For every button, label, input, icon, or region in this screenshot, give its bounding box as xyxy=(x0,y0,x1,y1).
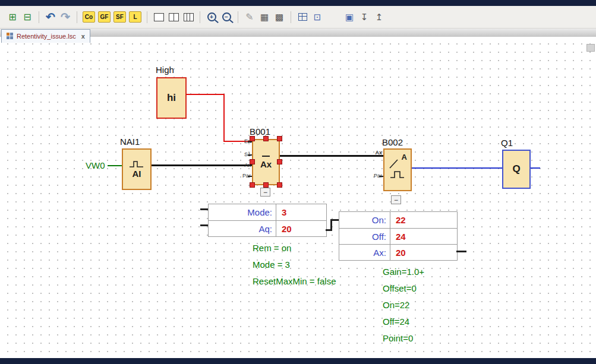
param-label: Mode: xyxy=(209,207,276,217)
magnifier-glass-icon: − xyxy=(222,12,231,21)
window-split-2-icon[interactable] xyxy=(167,11,180,24)
b001-pin-tick xyxy=(248,176,252,177)
b001-collapse-button[interactable]: − xyxy=(260,188,270,197)
diagram-window-icon-1[interactable]: ⊞ xyxy=(6,11,19,24)
tab-label: Retentivity_issue.lsc xyxy=(17,33,76,40)
undo-icon[interactable]: ↶ xyxy=(44,11,57,24)
selection-handle[interactable] xyxy=(250,159,255,164)
constants-co-button[interactable]: Co xyxy=(83,11,95,23)
annotation-line: Mode = 3 xyxy=(253,257,336,273)
toolbar: ⊞ ⊟ ↶ ↷ Co GF SF L + − ✎ ▦ ▩ ⊡ xyxy=(0,6,596,29)
threshold-trigger-symbol xyxy=(388,158,407,182)
tab-bar: Retentivity_issue.lsc x xyxy=(0,29,596,43)
block-label-b002: B002 xyxy=(382,137,403,147)
param-connector-stub xyxy=(200,224,208,226)
tab-retentivity-issue[interactable]: Retentivity_issue.lsc x xyxy=(1,29,90,43)
window-single-icon[interactable] xyxy=(152,11,165,24)
b002-pin-tick xyxy=(379,176,383,177)
annotation-line: Point=0 xyxy=(383,330,424,347)
zoom-minus-sign: − xyxy=(225,14,228,20)
b001-pin-tick xyxy=(248,141,252,143)
special-functions-sf-button[interactable]: SF xyxy=(113,11,126,23)
wire-hi-to-b001-seg1[interactable] xyxy=(186,94,225,95)
selection-handle[interactable] xyxy=(250,182,255,188)
circuit-file-icon xyxy=(7,33,14,40)
block-label-high: High xyxy=(156,65,174,75)
b002-collapse-button[interactable]: − xyxy=(391,195,401,204)
param-connector-stub xyxy=(200,208,208,210)
annotation-line: Gain=1.0+ xyxy=(383,264,424,280)
window-split-3-icon[interactable] xyxy=(182,11,195,24)
hi-constant-block[interactable]: hi xyxy=(156,77,187,119)
param-connector-vline xyxy=(330,219,332,231)
block-label-b001: B001 xyxy=(250,126,270,137)
selection-handle[interactable] xyxy=(277,182,282,188)
zoom-plus-sign: + xyxy=(210,14,213,20)
param-value: 20 xyxy=(276,221,326,236)
b001-pin-tick xyxy=(248,165,252,166)
param-value: 20 xyxy=(390,245,457,260)
frame-select-icon[interactable]: ▣ xyxy=(343,11,356,24)
toolbar-separator xyxy=(238,11,238,23)
param-connector-stub xyxy=(456,251,466,252)
online-test-icon[interactable]: ⊡ xyxy=(311,11,324,24)
selection-handle[interactable] xyxy=(277,136,282,141)
selection-handle[interactable] xyxy=(277,159,282,164)
toolbar-separator xyxy=(39,11,39,23)
ai-block-text: AI xyxy=(133,169,141,179)
labels-l-button[interactable]: L xyxy=(129,11,141,23)
b002-letter-a: A xyxy=(402,153,407,162)
download-to-device-icon[interactable]: ↧ xyxy=(358,11,371,24)
diagram-window-icon-2[interactable]: ⊟ xyxy=(21,11,34,24)
tab-close-icon[interactable]: x xyxy=(81,33,85,40)
annotation-line: Offset=0 xyxy=(383,280,424,297)
wire-hi-to-b001-seg2[interactable] xyxy=(223,94,225,142)
param-connector-stub xyxy=(331,219,339,221)
b002-sim-annotations: Gain=1.0+ Offset=0 On=22 Off=24 Point=0 xyxy=(383,264,424,347)
grid-convert-icon[interactable]: ▩ xyxy=(273,11,286,24)
param-row: Off: 24 xyxy=(339,228,457,244)
scrollbar-corner xyxy=(586,44,595,52)
basic-functions-gf-button[interactable]: GF xyxy=(98,11,111,23)
grid-select-icon[interactable]: ▦ xyxy=(258,11,271,24)
wire-b002-to-q1[interactable] xyxy=(412,167,502,169)
circuit-canvas[interactable]: High hi NAI1 VW0 AI B001 En S1 Ax Par xyxy=(0,43,596,358)
file-icon-square xyxy=(7,33,10,36)
b001-parameter-box[interactable]: Mode: 3 Aq: 20 xyxy=(208,204,327,237)
toolbar-separator xyxy=(77,11,77,23)
vw0-operand-label: VW0 xyxy=(86,160,105,170)
b001-maxmin-block[interactable]: Ax xyxy=(252,139,280,185)
wire-vw0-to-ai[interactable] xyxy=(108,165,122,166)
selection-handle[interactable] xyxy=(263,136,269,141)
b001-sim-annotations: Rem = on Mode = 3 ResetMaxMin = false xyxy=(253,240,336,290)
q1-output-block[interactable]: Q xyxy=(502,150,531,189)
zoom-in-icon[interactable]: + xyxy=(205,11,218,24)
selection-handle[interactable] xyxy=(250,136,255,141)
annotation-line: Rem = on xyxy=(253,240,336,257)
hi-block-text: hi xyxy=(167,92,176,104)
upload-from-device-icon[interactable]: ↥ xyxy=(373,11,386,24)
zoom-out-icon[interactable]: − xyxy=(220,11,233,24)
wire-q1-stub[interactable] xyxy=(531,167,540,169)
param-label: Ax: xyxy=(339,248,390,258)
maxmin-bar-symbol xyxy=(262,156,270,157)
logo-soft-window: ⊞ ⊟ ↶ ↷ Co GF SF L + − ✎ ▦ ▩ ⊡ xyxy=(0,0,596,364)
title-bar xyxy=(0,0,596,6)
selection-handle[interactable] xyxy=(263,182,269,188)
simulation-icon[interactable] xyxy=(296,11,309,24)
redo-icon[interactable]: ↷ xyxy=(59,11,72,24)
q1-block-text: Q xyxy=(512,163,520,175)
block-label-nai1: NAI1 xyxy=(120,137,140,147)
param-label: Off: xyxy=(339,232,390,242)
bottom-bar xyxy=(0,358,596,364)
param-row: On: 22 xyxy=(339,212,457,228)
param-value: 22 xyxy=(390,212,457,228)
pen-tool-icon[interactable]: ✎ xyxy=(243,11,256,24)
b002-threshold-block[interactable]: A xyxy=(383,148,412,191)
param-value: 3 xyxy=(276,204,326,220)
param-row: Ax: 20 xyxy=(339,244,457,260)
b002-pin-ax: Ax xyxy=(368,150,382,156)
ai-input-block[interactable]: AI xyxy=(122,148,152,190)
b002-parameter-box[interactable]: On: 22 Off: 24 Ax: 20 xyxy=(339,211,458,261)
toolbar-separator xyxy=(200,11,200,23)
